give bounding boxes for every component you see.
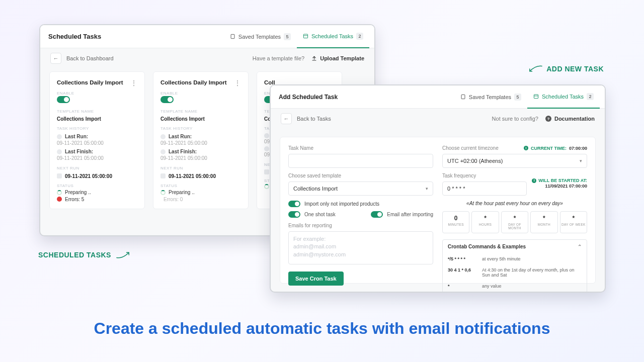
save-button[interactable]: Save Cron Task bbox=[288, 272, 344, 286]
template-name: Collections Import bbox=[160, 116, 241, 123]
cron-boxes: 0MINUTES *HOURS *DAY OF MONTH *MONTH *DA… bbox=[442, 211, 587, 233]
frequency-label: Task frequency bbox=[442, 173, 527, 178]
email-after-toggle[interactable] bbox=[371, 211, 383, 218]
upload-hint: Have a template file? bbox=[253, 55, 304, 61]
info-icon: i bbox=[524, 146, 528, 150]
calendar-icon bbox=[264, 169, 269, 174]
add-scheduled-task-window: Add Scheduled Task Saved Templates 5 Sch… bbox=[270, 84, 606, 293]
calendar-icon bbox=[533, 94, 539, 99]
documentation-label: Documentation bbox=[554, 116, 595, 122]
callout-label: ADD NEW TASK bbox=[546, 65, 604, 73]
one-shot-toggle[interactable] bbox=[288, 211, 300, 218]
arrow-left-icon: ← bbox=[281, 113, 292, 124]
next-run-label: NEXT RUN bbox=[160, 166, 241, 171]
back-button[interactable]: ← Back to Dashboard bbox=[50, 53, 114, 64]
option-label: One shot task bbox=[304, 212, 336, 217]
tabs: Saved Templates 5 Scheduled Tasks 2 bbox=[224, 25, 369, 48]
tagline: Create a scheduled automatic tasks with … bbox=[0, 319, 644, 338]
template-select[interactable]: Collections Import ▾ bbox=[288, 182, 433, 196]
cron-month[interactable]: *MONTH bbox=[530, 211, 557, 233]
window-header: Scheduled Tasks Saved Templates 5 Schedu… bbox=[40, 25, 374, 48]
last-finish-label: Last Finish: bbox=[169, 148, 197, 155]
cron-minutes[interactable]: 0MINUTES bbox=[442, 211, 469, 233]
window-header: Add Scheduled Task Saved Templates 5 Sch… bbox=[271, 85, 605, 109]
example-row: *any value bbox=[443, 281, 587, 292]
option-import-only: Import only not imported products bbox=[288, 201, 433, 207]
spinner-icon bbox=[264, 184, 269, 189]
current-time: i CURRENT TIME: 07:00:00 bbox=[524, 146, 587, 151]
clock-icon bbox=[57, 149, 62, 154]
status-label: STATUS bbox=[160, 184, 241, 189]
task-card: Collections Daily Import⋮ ENABLE TEMPLAT… bbox=[49, 71, 145, 209]
crontab-examples-accordion: Crontab Commands & Examples ⌃ */5 * * * … bbox=[442, 239, 587, 293]
current-time-label: CURRENT TIME: bbox=[531, 146, 567, 151]
task-name-input[interactable] bbox=[288, 154, 433, 168]
cron-day-of-week[interactable]: *DAY OF WEEK bbox=[560, 211, 587, 233]
config-hint: Not sure to config? bbox=[492, 116, 538, 122]
cron-hours[interactable]: *HOURS bbox=[471, 211, 499, 233]
tabs: Saved Templates 5 Scheduled Tasks 2 bbox=[454, 85, 600, 109]
back-button[interactable]: ← Back to Tasks bbox=[281, 113, 331, 124]
frequency-input[interactable] bbox=[442, 182, 527, 196]
chevron-down-icon: ▾ bbox=[580, 158, 582, 163]
emails-label: Emails for reporting bbox=[288, 223, 433, 228]
template-icon bbox=[230, 34, 235, 39]
chevron-up-icon: ⌃ bbox=[578, 244, 582, 249]
last-run-label: Last Run: bbox=[169, 133, 192, 140]
example-row: 30 4 1 * 0,6At 4:30 on the 1st day of ev… bbox=[443, 264, 587, 281]
tab-scheduled-tasks[interactable]: Scheduled Tasks 2 bbox=[527, 85, 600, 109]
badge: 2 bbox=[587, 93, 594, 100]
documentation-link[interactable]: ? Documentation bbox=[545, 116, 595, 122]
back-label: Back to Tasks bbox=[297, 116, 331, 122]
clock-icon bbox=[264, 133, 269, 138]
choose-template-label: Choose saved template bbox=[288, 173, 433, 178]
callout-scheduled-tasks: SCHEDULED TASKS bbox=[38, 250, 130, 259]
status-preparing: Preparing .. bbox=[65, 189, 91, 196]
arrow-icon bbox=[116, 250, 130, 259]
template-name-label: TEMPLATE NAME bbox=[57, 109, 137, 115]
task-history-label: TASK HISTORY bbox=[57, 126, 137, 132]
upload-label: Upload Template bbox=[320, 55, 364, 61]
svg-rect-1 bbox=[303, 34, 307, 38]
svg-rect-3 bbox=[461, 95, 465, 99]
toolbar-right: Have a template file? Upload Template bbox=[253, 55, 364, 61]
current-time-value: 07:00:00 bbox=[569, 146, 587, 151]
spinner-icon bbox=[160, 190, 166, 195]
accordion-title: Crontab Commands & Examples bbox=[448, 244, 526, 249]
tab-label: Scheduled Tasks bbox=[542, 94, 584, 100]
accordion-header[interactable]: Crontab Commands & Examples ⌃ bbox=[443, 240, 587, 253]
task-card: Collections Daily Import⋮ ENABLE TEMPLAT… bbox=[153, 71, 249, 209]
timezone-label: Choose current timezone bbox=[442, 145, 499, 151]
task-name-label: Task Name bbox=[288, 145, 433, 151]
enable-label: ENABLE bbox=[160, 91, 241, 97]
enable-toggle[interactable] bbox=[160, 96, 174, 103]
task-history-label: TASK HISTORY bbox=[160, 126, 241, 132]
template-select-value: Collections Import bbox=[293, 186, 338, 192]
clock-icon bbox=[264, 146, 269, 151]
toolbar-right: Not sure to config? ? Documentation bbox=[492, 116, 595, 122]
form-right-column: Choose current timezone i CURRENT TIME: … bbox=[442, 145, 587, 275]
next-run-value: 09-11-2021 05:00:00 bbox=[65, 173, 112, 180]
last-finish-label: Last Finish: bbox=[65, 148, 93, 155]
tab-saved-templates[interactable]: Saved Templates 5 bbox=[454, 85, 527, 109]
badge: 2 bbox=[356, 33, 363, 40]
start-value: 11/09/2021 07:00:00 bbox=[532, 184, 587, 189]
tab-scheduled-tasks[interactable]: Scheduled Tasks 2 bbox=[297, 25, 369, 48]
enable-toggle[interactable] bbox=[57, 96, 70, 103]
import-only-toggle[interactable] bbox=[288, 201, 300, 207]
upload-template-button[interactable]: Upload Template bbox=[311, 55, 364, 61]
timezone-value: UTC +02:00 (Atheens) bbox=[447, 158, 503, 164]
task-title: Collections Daily Import bbox=[160, 79, 227, 87]
cron-day-of-month[interactable]: *DAY OF MONTH bbox=[501, 211, 528, 233]
tab-saved-templates[interactable]: Saved Templates 5 bbox=[224, 25, 297, 48]
timezone-select[interactable]: UTC +02:00 (Atheens) ▾ bbox=[442, 154, 587, 168]
last-finish-value: 09-11-2021 05:00:00 bbox=[57, 155, 137, 162]
emails-textarea[interactable]: For example: admin@mail.com admin@mystor… bbox=[288, 231, 433, 264]
calendar-icon bbox=[160, 173, 166, 178]
task-form: Task Name Choose saved template Collecti… bbox=[280, 137, 596, 284]
calendar-icon bbox=[57, 173, 62, 178]
example-row: */5 * * * *at every 5th minute bbox=[443, 253, 587, 264]
last-run-value: 09-11-2021 05:00:00 bbox=[57, 140, 137, 147]
back-label: Back to Dashboard bbox=[66, 55, 114, 61]
template-icon bbox=[460, 94, 466, 100]
